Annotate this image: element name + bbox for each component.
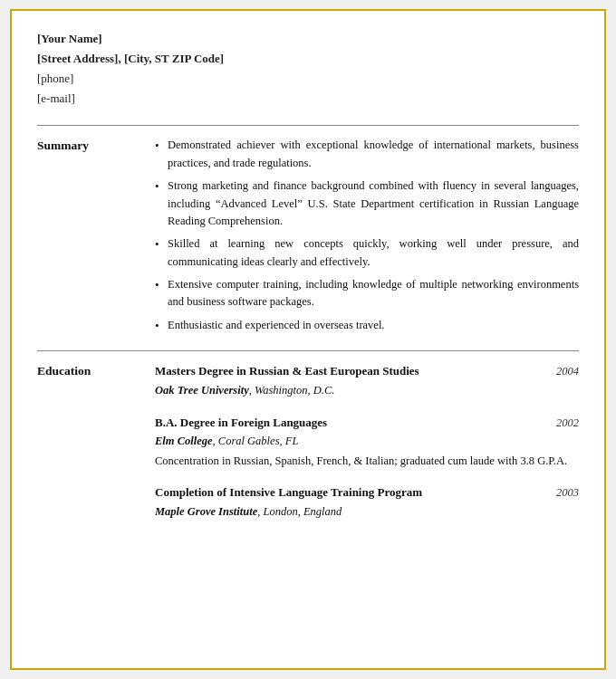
header-email: [e-mail] bbox=[37, 89, 579, 109]
edu-degree-title: Completion of Intensive Language Trainin… bbox=[155, 483, 422, 502]
education-entry: B.A. Degree in Foreign Languages2002Elm … bbox=[155, 414, 579, 470]
edu-year: 2002 bbox=[556, 415, 579, 432]
education-row: Masters Degree in Russian & East Europea… bbox=[155, 362, 579, 380]
summary-section: Summary Demonstrated achiever with excep… bbox=[37, 137, 579, 340]
edu-description: Concentration in Russian, Spanish, Frenc… bbox=[155, 453, 579, 470]
education-label: Education bbox=[37, 362, 155, 535]
summary-content: Demonstrated achiever with exceptional k… bbox=[155, 137, 579, 340]
header-section: [Your Name] [Street Address], [City, ST … bbox=[37, 29, 579, 109]
summary-bullet: Enthusiastic and experienced in overseas… bbox=[155, 317, 579, 334]
summary-bullet: Demonstrated achiever with exceptional k… bbox=[155, 137, 579, 172]
education-section: Education Masters Degree in Russian & Ea… bbox=[37, 362, 579, 535]
education-divider bbox=[37, 350, 579, 351]
edu-school: Oak Tree University, Washington, D.C. bbox=[155, 382, 579, 399]
edu-degree-title: Masters Degree in Russian & East Europea… bbox=[155, 362, 419, 380]
edu-degree-title: B.A. Degree in Foreign Languages bbox=[155, 414, 327, 432]
summary-bullet: Extensive computer training, including k… bbox=[155, 276, 579, 311]
edu-year: 2003 bbox=[556, 484, 579, 502]
summary-bullet: Strong marketing and finance background … bbox=[155, 177, 579, 230]
education-entry: Completion of Intensive Language Trainin… bbox=[155, 483, 579, 521]
header-name: [Your Name] bbox=[37, 29, 579, 49]
header-phone: [phone] bbox=[37, 69, 579, 89]
education-entry: Masters Degree in Russian & East Europea… bbox=[155, 362, 579, 399]
edu-school: Elm College, Coral Gables, FL bbox=[155, 433, 579, 450]
summary-list: Demonstrated achiever with exceptional k… bbox=[155, 137, 579, 334]
resume-page: [Your Name] [Street Address], [City, ST … bbox=[10, 9, 606, 670]
education-content: Masters Degree in Russian & East Europea… bbox=[155, 362, 579, 535]
summary-bullet: Skilled at learning new concepts quickly… bbox=[155, 235, 579, 271]
edu-school: Maple Grove Institute, London, England bbox=[155, 503, 579, 521]
summary-label: Summary bbox=[37, 137, 155, 340]
edu-year: 2004 bbox=[556, 363, 579, 380]
header-divider bbox=[37, 125, 579, 126]
education-row: Completion of Intensive Language Trainin… bbox=[155, 483, 579, 502]
header-address: [Street Address], [City, ST ZIP Code] bbox=[37, 49, 579, 69]
education-row: B.A. Degree in Foreign Languages2002 bbox=[155, 414, 579, 432]
